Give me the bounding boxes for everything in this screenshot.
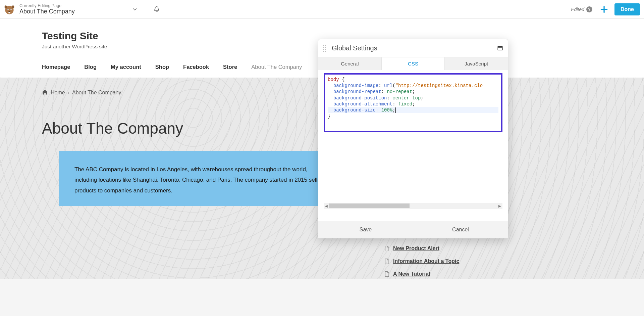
nav-item-my-account[interactable]: My account bbox=[111, 64, 141, 70]
page-context[interactable]: Currently Editing Page About The Company bbox=[19, 3, 75, 15]
scroll-right-arrow[interactable]: ▶ bbox=[497, 203, 502, 209]
list-item: Information About a Topic bbox=[384, 258, 459, 264]
panel-footer: Save Cancel bbox=[318, 221, 508, 238]
svg-point-3 bbox=[7, 9, 8, 9]
scrollbar-thumb[interactable] bbox=[329, 204, 410, 208]
nav-item-store[interactable]: Store bbox=[223, 64, 237, 70]
nav-item-shop[interactable]: Shop bbox=[155, 64, 169, 70]
svg-point-8 bbox=[12, 5, 14, 8]
editing-label: Currently Editing Page bbox=[19, 3, 75, 8]
document-icon bbox=[384, 245, 390, 252]
sidebar-link[interactable]: A New Tutorial bbox=[393, 271, 430, 277]
sidebar-link[interactable]: New Product Alert bbox=[393, 245, 439, 252]
nav-item-facebook[interactable]: Facebook bbox=[183, 64, 209, 70]
maximize-icon[interactable] bbox=[497, 45, 503, 51]
edited-status: Edited bbox=[571, 7, 584, 12]
drag-handle-icon bbox=[323, 45, 327, 52]
editor-h-scrollbar[interactable]: ◀ ▶ bbox=[324, 203, 502, 209]
plus-icon bbox=[600, 5, 608, 14]
save-button[interactable]: Save bbox=[318, 221, 413, 238]
page-canvas: Testing Site Just another WordPress site… bbox=[0, 19, 644, 316]
svg-rect-6 bbox=[8, 12, 10, 13]
list-item: A New Tutorial bbox=[384, 271, 459, 277]
sidebar-links: New Product AlertInformation About a Top… bbox=[384, 245, 459, 284]
css-code[interactable]: body { background-image: url("http://tes… bbox=[325, 75, 501, 121]
svg-point-7 bbox=[5, 5, 7, 8]
help-icon[interactable]: ? bbox=[586, 6, 592, 12]
scroll-left-arrow[interactable]: ◀ bbox=[324, 203, 329, 209]
css-editor[interactable]: body { background-image: url("http://tes… bbox=[324, 73, 502, 132]
beaver-logo-icon bbox=[3, 3, 15, 15]
nav-item-about-the-company[interactable]: About The Company bbox=[251, 64, 302, 70]
notifications-button[interactable] bbox=[153, 6, 160, 13]
global-settings-panel: Global Settings GeneralCSSJavaScript bod… bbox=[318, 39, 508, 238]
content-paragraph: The ABC Company is located in Los Angele… bbox=[74, 164, 330, 196]
breadcrumb-current: About The Company bbox=[72, 90, 121, 95]
current-page-name: About The Company bbox=[19, 8, 75, 15]
breadcrumb-home[interactable]: Home bbox=[51, 90, 65, 95]
svg-rect-10 bbox=[498, 46, 502, 48]
editor-topbar: Currently Editing Page About The Company… bbox=[0, 0, 644, 19]
sidebar-link[interactable]: Information About a Topic bbox=[393, 258, 459, 264]
bell-icon bbox=[153, 6, 160, 13]
done-button[interactable]: Done bbox=[614, 3, 640, 15]
svg-point-4 bbox=[10, 9, 11, 9]
home-icon bbox=[42, 89, 48, 95]
panel-tabs: GeneralCSSJavaScript bbox=[318, 57, 508, 70]
page-dropdown-chevron[interactable] bbox=[132, 6, 138, 12]
content-box: The ABC Company is located in Los Angele… bbox=[59, 151, 346, 206]
nav-item-homepage[interactable]: Homepage bbox=[42, 64, 70, 70]
cancel-button[interactable]: Cancel bbox=[413, 221, 508, 238]
breadcrumb-separator: › bbox=[68, 90, 69, 95]
document-icon bbox=[384, 258, 390, 264]
topbar-divider bbox=[146, 0, 146, 19]
nav-item-blog[interactable]: Blog bbox=[84, 64, 97, 70]
document-icon bbox=[384, 271, 390, 277]
panel-title: Global Settings bbox=[332, 44, 497, 52]
panel-header[interactable]: Global Settings bbox=[318, 39, 508, 57]
tab-css[interactable]: CSS bbox=[381, 57, 445, 70]
chevron-down-icon bbox=[132, 6, 138, 12]
tab-general[interactable]: General bbox=[318, 57, 381, 70]
tab-javascript[interactable]: JavaScript bbox=[445, 57, 508, 70]
add-content-button[interactable] bbox=[600, 5, 608, 14]
list-item: New Product Alert bbox=[384, 245, 459, 252]
